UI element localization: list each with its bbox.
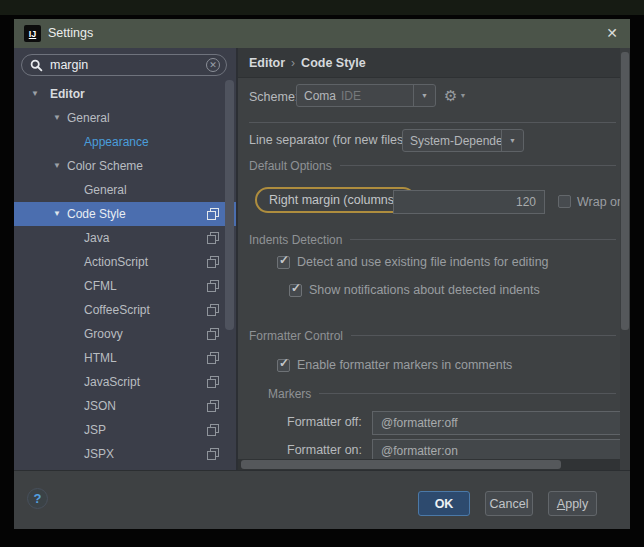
copy-scheme-icon — [207, 208, 219, 220]
copy-scheme-icon — [207, 400, 219, 412]
scheme-value: Coma — [304, 89, 336, 103]
copy-scheme-icon — [207, 280, 219, 292]
horizontal-scrollbar-thumb[interactable] — [241, 460, 561, 469]
sidebar-item-java[interactable]: Java — [14, 226, 236, 250]
apply-button[interactable]: Apply — [548, 491, 597, 516]
chevron-down-icon[interactable]: ▼ — [413, 85, 435, 106]
sidebar-item-jspx[interactable]: JSPX — [14, 442, 236, 466]
check-icon: ✓ — [279, 253, 289, 267]
scheme-suffix: IDE — [341, 89, 361, 103]
copy-scheme-icon — [207, 256, 219, 268]
settings-content: Editor › Code Style Scheme: ComaIDE ▼ ⚙ … — [238, 48, 630, 470]
formatter-on-label: Formatter on: — [287, 443, 362, 457]
wrap-on-typing-checkbox[interactable] — [558, 195, 571, 208]
chevron-down-icon[interactable]: ▼ — [31, 89, 39, 98]
sidebar-item-cfml[interactable]: CFML — [14, 274, 236, 298]
section-default-options: Default Options — [249, 158, 616, 173]
settings-sidebar: ✕ ▼ Editor ▼ General Appearance ▼ Color … — [14, 48, 238, 470]
chevron-down-icon: ▼ — [459, 92, 466, 99]
check-icon: ✓ — [291, 281, 301, 295]
sidebar-item-general[interactable]: ▼ General — [14, 106, 236, 130]
line-separator-value: System-Dependent — [403, 134, 501, 148]
detect-indents-row: ✓ Detect and use existing file indents f… — [277, 254, 549, 270]
sidebar-item-color-scheme-general[interactable]: General — [14, 178, 236, 202]
chevron-down-icon[interactable]: ▼ — [501, 130, 523, 151]
sidebar-item-javascript[interactable]: JavaScript — [14, 370, 236, 394]
scheme-label: Scheme: — [249, 90, 298, 104]
copy-scheme-icon — [207, 328, 219, 340]
background-window-strip — [0, 0, 644, 15]
copy-scheme-icon — [207, 232, 219, 244]
gear-icon[interactable]: ⚙ — [444, 88, 457, 103]
right-margin-highlight: Right margin (columns): — [255, 187, 416, 213]
dialog-footer: ? OK Cancel Apply — [14, 470, 630, 529]
horizontal-scrollbar[interactable] — [238, 459, 620, 470]
detect-indents-checkbox[interactable]: ✓ — [277, 256, 290, 269]
scheme-dropdown[interactable]: ComaIDE ▼ — [296, 84, 436, 107]
right-margin-label: Right margin (columns): — [269, 193, 402, 207]
right-margin-input[interactable] — [393, 190, 545, 214]
line-separator-dropdown[interactable]: System-Dependent ▼ — [402, 129, 524, 152]
chevron-down-icon[interactable]: ▼ — [53, 209, 61, 218]
sidebar-item-editor[interactable]: ▼ Editor — [14, 82, 236, 106]
help-button[interactable]: ? — [27, 488, 48, 509]
close-icon[interactable]: ✕ — [602, 19, 622, 48]
title-bar[interactable]: IJ Settings ✕ — [14, 19, 630, 48]
copy-scheme-icon — [207, 352, 219, 364]
sidebar-item-json[interactable]: JSON — [14, 394, 236, 418]
sidebar-item-color-scheme[interactable]: ▼ Color Scheme — [14, 154, 236, 178]
notify-indents-checkbox[interactable]: ✓ — [289, 284, 302, 297]
scheme-actions-button[interactable]: ⚙ ▼ — [444, 88, 466, 103]
divider — [249, 122, 616, 123]
breadcrumb-parent[interactable]: Editor — [249, 56, 285, 70]
search-icon — [30, 59, 43, 72]
line-separator-label: Line separator (for new files): — [249, 133, 411, 147]
vertical-scrollbar-thumb[interactable] — [621, 52, 629, 330]
vertical-scrollbar[interactable] — [620, 48, 630, 470]
copy-scheme-icon — [207, 304, 219, 316]
formatter-off-input[interactable] — [372, 411, 621, 435]
section-indents-detection: Indents Detection — [249, 232, 616, 247]
clear-search-icon[interactable]: ✕ — [206, 58, 220, 72]
breadcrumb-separator-icon: › — [285, 56, 301, 70]
intellij-logo-icon: IJ — [24, 25, 41, 42]
sidebar-item-appearance[interactable]: Appearance — [14, 130, 236, 154]
copy-scheme-icon — [207, 376, 219, 388]
section-markers: Markers — [268, 386, 616, 401]
enable-formatter-markers-checkbox[interactable]: ✓ — [277, 359, 290, 372]
window-title: Settings — [48, 19, 93, 48]
sidebar-item-code-style[interactable]: ▼ Code Style — [14, 202, 236, 226]
search-box[interactable]: ✕ — [21, 54, 227, 76]
copy-scheme-icon — [207, 424, 219, 436]
enable-formatter-markers-label: Enable formatter markers in comments — [297, 358, 512, 372]
notify-indents-row: ✓ Show notifications about detected inde… — [289, 282, 540, 298]
enable-formatter-markers-row: ✓ Enable formatter markers in comments — [277, 357, 512, 373]
sidebar-item-html[interactable]: HTML — [14, 346, 236, 370]
sidebar-item-jsp[interactable]: JSP — [14, 418, 236, 442]
cancel-button[interactable]: Cancel — [485, 491, 533, 516]
copy-scheme-icon — [207, 448, 219, 460]
chevron-down-icon[interactable]: ▼ — [53, 113, 61, 122]
settings-dialog: IJ Settings ✕ ✕ ▼ Editor ▼ General Appea… — [14, 19, 630, 529]
sidebar-item-actionscript[interactable]: ActionScript — [14, 250, 236, 274]
ok-button[interactable]: OK — [418, 491, 470, 516]
search-input[interactable] — [48, 57, 206, 73]
sidebar-scrollbar[interactable] — [225, 80, 234, 330]
formatter-off-label: Formatter off: — [287, 415, 362, 429]
check-icon: ✓ — [279, 356, 289, 370]
sidebar-item-coffeescript[interactable]: CoffeeScript — [14, 298, 236, 322]
breadcrumb: Editor › Code Style — [238, 48, 620, 78]
chevron-down-icon[interactable]: ▼ — [53, 161, 61, 170]
notify-indents-label: Show notifications about detected indent… — [309, 283, 540, 297]
section-formatter-control: Formatter Control — [249, 328, 616, 343]
breadcrumb-current: Code Style — [301, 56, 366, 70]
detect-indents-label: Detect and use existing file indents for… — [297, 255, 549, 269]
sidebar-item-groovy[interactable]: Groovy — [14, 322, 236, 346]
